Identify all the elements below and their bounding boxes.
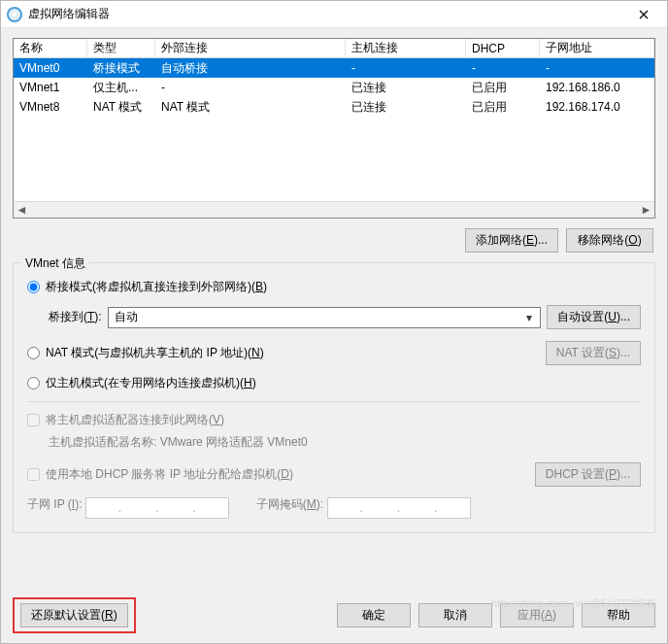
apply-button[interactable]: 应用(A) [500, 603, 574, 627]
check-dhcp-input [27, 468, 40, 481]
subnet-mask-input: ... [327, 497, 471, 519]
dhcp-settings-button[interactable]: DHCP 设置(P)... [535, 462, 641, 487]
col-host[interactable]: 主机连接 [346, 39, 466, 57]
check-dhcp-label: 使用本地 DHCP 服务将 IP 地址分配给虚拟机(D) [46, 466, 293, 483]
adapter-name: 主机虚拟适配器名称: VMware 网络适配器 VMnet0 [49, 434, 641, 451]
subnet-ip-row: 子网 IP (I): ... [27, 496, 229, 519]
cell-name: VMnet8 [14, 100, 87, 114]
check-dhcp: 使用本地 DHCP 服务将 IP 地址分配给虚拟机(D) [27, 466, 293, 483]
add-network-button[interactable]: 添加网络(E)... [465, 228, 558, 253]
cell-host: 已连接 [346, 99, 466, 116]
cell-dhcp: - [466, 61, 540, 75]
col-name[interactable]: 名称 [14, 39, 87, 57]
cell-type: NAT 模式 [87, 99, 155, 116]
restore-defaults-button[interactable]: 还原默认设置(R) [20, 603, 128, 627]
cell-ext: NAT 模式 [155, 99, 346, 116]
check-host-adapter-input [27, 414, 40, 426]
subnet-ip-input: ... [85, 497, 229, 519]
radio-nat-label: NAT 模式(与虚拟机共享主机的 IP 地址)(N) [46, 345, 264, 361]
radio-bridge-input[interactable] [27, 281, 40, 293]
radio-hostonly-label: 仅主机模式(在专用网络内连接虚拟机)(H) [46, 375, 256, 391]
app-icon [7, 7, 22, 22]
col-dhcp[interactable]: DHCP [466, 39, 540, 57]
bridge-to-select[interactable]: 自动 ▾ [108, 307, 542, 328]
table-row[interactable]: VMnet1 仅主机... - 已连接 已启用 192.168.186.0 [14, 78, 654, 97]
table-row[interactable]: VMnet8 NAT 模式 NAT 模式 已连接 已启用 192.168.174… [14, 97, 654, 117]
divider [27, 401, 641, 402]
cell-dhcp: 已启用 [466, 80, 540, 96]
cell-host: - [346, 61, 466, 75]
auto-settings-button[interactable]: 自动设置(U)... [547, 305, 641, 329]
subnet-mask-row: 子网掩码(M): ... [256, 496, 471, 519]
radio-nat[interactable]: NAT 模式(与虚拟机共享主机的 IP 地址)(N) [27, 345, 264, 361]
scrollbar-horizontal[interactable]: ◄ ► [14, 201, 654, 218]
scroll-left-icon[interactable]: ◄ [14, 202, 30, 218]
table-row[interactable]: VMnet0 桥接模式 自动桥接 - - - [14, 58, 654, 78]
restore-highlight: 还原默认设置(R) [13, 597, 136, 633]
remove-network-button[interactable]: 移除网络(O) [566, 228, 653, 253]
subnet-mask-label: 子网掩码(M): [256, 497, 327, 511]
radio-hostonly[interactable]: 仅主机模式(在专用网络内连接虚拟机)(H) [27, 375, 641, 391]
subnet-ip-label: 子网 IP (I): [27, 497, 85, 511]
ok-button[interactable]: 确定 [337, 603, 411, 627]
bridge-to-value: 自动 [115, 309, 138, 325]
radio-bridge[interactable]: 桥接模式(将虚拟机直接连接到外部网络)(B) [27, 279, 641, 295]
col-external[interactable]: 外部连接 [155, 39, 346, 57]
cell-type: 桥接模式 [87, 60, 155, 77]
check-host-adapter-label: 将主机虚拟适配器连接到此网络(V) [46, 412, 224, 428]
cell-name: VMnet0 [14, 61, 87, 75]
network-table[interactable]: 名称 类型 外部连接 主机连接 DHCP 子网地址 VMnet0 桥接模式 自动… [13, 38, 655, 219]
col-type[interactable]: 类型 [87, 39, 155, 57]
window-title: 虚拟网络编辑器 [28, 6, 624, 22]
check-host-adapter: 将主机虚拟适配器连接到此网络(V) [27, 412, 641, 428]
cancel-button[interactable]: 取消 [418, 603, 492, 627]
radio-bridge-label: 桥接模式(将虚拟机直接连接到外部网络)(B) [46, 279, 267, 295]
help-button[interactable]: 帮助 [582, 603, 655, 627]
radio-nat-input[interactable] [27, 347, 40, 359]
col-subnet[interactable]: 子网地址 [540, 39, 654, 57]
cell-type: 仅主机... [87, 80, 155, 96]
cell-host: 已连接 [346, 80, 466, 96]
group-title: VMnet 信息 [21, 255, 89, 272]
nat-settings-button[interactable]: NAT 设置(S)... [546, 341, 641, 365]
cell-ext: - [155, 81, 346, 94]
cell-subnet: 192.168.186.0 [540, 81, 654, 94]
cell-name: VMnet1 [14, 81, 87, 94]
chevron-down-icon: ▾ [521, 311, 536, 324]
table-header-row: 名称 类型 外部连接 主机连接 DHCP 子网地址 [14, 39, 654, 58]
radio-hostonly-input[interactable] [27, 377, 40, 390]
cell-dhcp: 已启用 [466, 99, 540, 116]
bridge-to-label: 桥接到(T): [49, 309, 102, 325]
cell-subnet: 192.168.174.0 [540, 100, 654, 114]
cell-ext: 自动桥接 [155, 60, 346, 77]
close-button[interactable] [624, 1, 663, 28]
vmnet-info-group: VMnet 信息 桥接模式(将虚拟机直接连接到外部网络)(B) 桥接到(T): … [13, 262, 655, 533]
cell-subnet: - [540, 61, 654, 75]
scroll-right-icon[interactable]: ► [638, 202, 654, 218]
